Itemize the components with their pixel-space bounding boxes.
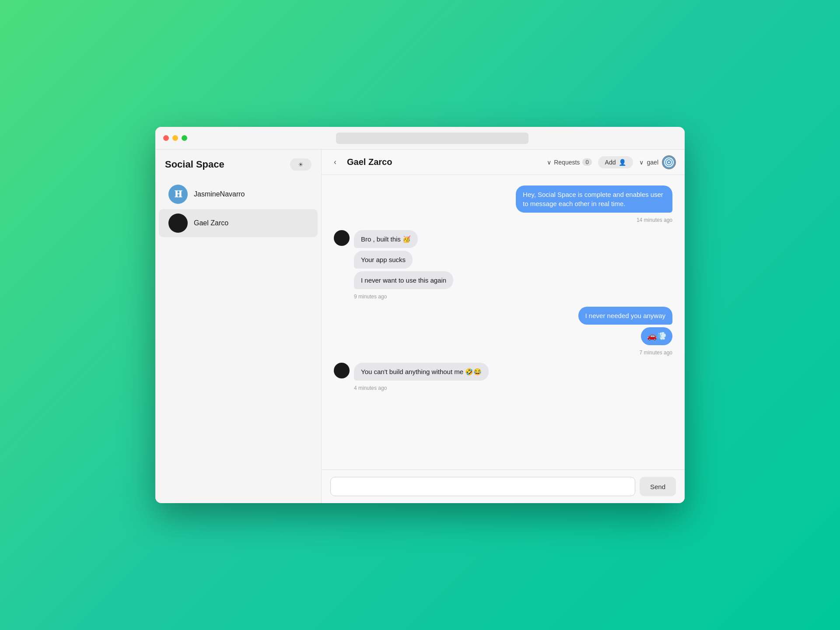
- bubble-m3: Your app sucks: [354, 251, 413, 269]
- add-label: Add: [605, 159, 616, 166]
- titlebar-search-bar: [336, 133, 528, 144]
- message-row-m5: I never needed you anyway: [334, 307, 672, 325]
- message-row-m1: Hey, Social Space is complete and enable…: [334, 186, 672, 213]
- theme-toggle-button[interactable]: ☀: [290, 158, 312, 171]
- avatar-placeholder-m3: [334, 253, 350, 269]
- contact-name-gael: Gael Zarco: [194, 219, 228, 227]
- back-button[interactable]: ‹: [330, 156, 340, 168]
- timestamp-m6: 7 minutes ago: [334, 350, 672, 356]
- contact-name-jasmine: JasmineNavarro: [194, 190, 245, 198]
- chevron-down-icon-2: ∨: [639, 159, 644, 166]
- avatar-m2: [334, 230, 350, 246]
- contact-item-jasmine[interactable]: 𝐇 JasmineNavarro: [159, 180, 318, 208]
- bubble-m5: I never needed you anyway: [578, 307, 672, 325]
- message-row-m2: Bro , built this 🥳: [334, 230, 672, 248]
- message-input[interactable]: [330, 477, 635, 496]
- avatar-placeholder-m4: [334, 273, 350, 289]
- message-row-m3: Your app sucks: [334, 251, 672, 269]
- sidebar: Social Space ☀ 𝐇 JasmineNavarro Gael Zar…: [155, 150, 322, 503]
- add-button[interactable]: Add 👤: [598, 156, 633, 168]
- close-button[interactable]: [163, 135, 169, 141]
- timestamp-m7: 4 minutes ago: [334, 385, 672, 391]
- username-label: gael: [647, 159, 658, 166]
- app-window: Social Space ☀ 𝐇 JasmineNavarro Gael Zar…: [155, 127, 685, 503]
- message-row-m4: I never want to use this again: [334, 271, 672, 289]
- chat-panel: ‹ Gael Zarco ∨ Requests 0 Add 👤 ∨ gael: [322, 150, 685, 503]
- svg-point-2: [668, 161, 670, 163]
- user-profile[interactable]: ∨ gael: [639, 155, 676, 169]
- maximize-button[interactable]: [182, 135, 187, 141]
- titlebar: [155, 127, 685, 150]
- avatar-m7: [334, 363, 350, 378]
- person-icon: 👤: [619, 159, 626, 166]
- bubble-m1: Hey, Social Space is complete and enable…: [516, 186, 672, 213]
- requests-label: Requests: [554, 159, 580, 166]
- contact-item-gael[interactable]: Gael Zarco: [159, 209, 318, 237]
- chat-header-right: ∨ Requests 0 Add 👤 ∨ gael: [547, 155, 676, 169]
- bubble-m2: Bro , built this 🥳: [354, 230, 418, 248]
- send-button[interactable]: Send: [640, 477, 676, 496]
- chat-title: Gael Zarco: [347, 157, 392, 167]
- minimize-button[interactable]: [172, 135, 178, 141]
- chat-header: ‹ Gael Zarco ∨ Requests 0 Add 👤 ∨ gael: [322, 150, 685, 175]
- avatar-jasmine: 𝐇: [168, 185, 188, 204]
- traffic-lights: [163, 135, 187, 141]
- jasmine-icon: 𝐇: [175, 189, 182, 200]
- requests-badge[interactable]: ∨ Requests 0: [547, 158, 592, 166]
- message-row-m6: 🚗💨: [334, 327, 672, 345]
- avatar-gael: [168, 214, 188, 233]
- message-row-m7: You can't build anything without me 🤣😂: [334, 363, 672, 381]
- input-area: Send: [322, 469, 685, 503]
- bubble-m4: I never want to use this again: [354, 271, 453, 289]
- timestamp-m4: 9 minutes ago: [334, 294, 672, 300]
- requests-count: 0: [582, 158, 592, 166]
- user-avatar: [662, 155, 676, 169]
- bubble-m6: 🚗💨: [641, 327, 672, 345]
- main-layout: Social Space ☀ 𝐇 JasmineNavarro Gael Zar…: [155, 150, 685, 503]
- sidebar-title: Social Space: [165, 159, 224, 170]
- sun-icon: ☀: [298, 161, 304, 168]
- timestamp-m1: 14 minutes ago: [334, 217, 672, 223]
- bubble-m7: You can't build anything without me 🤣😂: [354, 363, 489, 381]
- sidebar-header: Social Space ☀: [155, 150, 321, 178]
- contact-list: 𝐇 JasmineNavarro Gael Zarco: [155, 178, 321, 503]
- messages-area[interactable]: Hey, Social Space is complete and enable…: [322, 175, 685, 469]
- chevron-down-icon: ∨: [547, 159, 551, 166]
- target-icon: [664, 157, 674, 168]
